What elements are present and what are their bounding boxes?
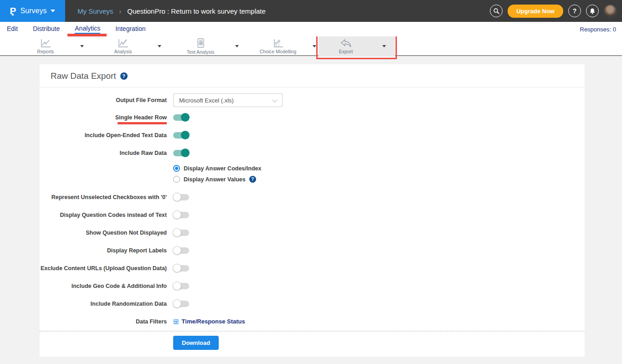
geo-code-toggle[interactable] (173, 283, 189, 289)
toggle-knob (181, 113, 190, 122)
question-codes-toggle[interactable] (173, 212, 189, 218)
exclude-content-urls-label: Exclude Content URLs (Upload Question Da… (40, 265, 167, 272)
toggle-knob (173, 228, 181, 237)
search-button[interactable] (490, 5, 503, 17)
selected-format-value: Microsoft Excel (.xls) (179, 97, 234, 104)
page-title: QuestionPro : Return to work survey temp… (127, 7, 265, 15)
report-labels-toggle[interactable] (173, 247, 189, 254)
data-filters-label: Data Filters (40, 318, 167, 325)
breadcrumb-separator-icon: › (119, 7, 121, 15)
chevron-down-icon (382, 45, 386, 47)
notifications-button[interactable] (586, 5, 599, 17)
open-ended-text-row: Include Open-Ended Text Data (40, 131, 585, 139)
randomization-data-label: Include Randomization Data (40, 301, 167, 307)
output-file-format-row: Output File Format Microsoft Excel (.xls… (40, 93, 585, 107)
include-raw-data-toggle[interactable] (173, 150, 189, 156)
annotation-red-underline-single-header (118, 122, 167, 124)
question-mark-icon: ? (573, 7, 577, 15)
toggle-knob (181, 131, 190, 139)
output-file-format-select[interactable]: Microsoft Excel (.xls) (173, 93, 283, 107)
analysis-button[interactable]: Analysis (98, 36, 148, 56)
search-icon (493, 8, 500, 15)
time-response-status-label: Time/Response Status (182, 318, 245, 325)
breadcrumb-my-surveys[interactable]: My Surveys (77, 7, 113, 15)
tab-analytics[interactable]: Analytics (75, 25, 100, 34)
download-row: Download (40, 332, 585, 357)
toolbar-group-text-analysis: Text Analysis (175, 36, 248, 56)
text-grid-icon (195, 38, 206, 49)
open-ended-text-label: Include Open-Ended Text Data (40, 132, 167, 138)
tab-edit[interactable]: Edit (7, 25, 18, 33)
top-header: P Surveys My Surveys › QuestionPro : Ret… (0, 0, 622, 22)
chevron-down-icon (51, 10, 55, 12)
reports-label: Reports (37, 49, 54, 54)
chevron-down-icon (158, 45, 161, 47)
main-content: Raw Data Export ? Output File Format Mic… (0, 56, 622, 357)
single-header-row-row: Single Header Row (40, 113, 585, 122)
choice-modelling-label: Choice Modelling (260, 49, 297, 54)
survey-tab-nav: Edit Distribute Analytics Integration Re… (0, 22, 622, 36)
output-file-format-label: Output File Format (40, 97, 167, 103)
text-analysis-dropdown-button[interactable] (226, 36, 248, 56)
answer-values-radio-row: Display Answer Values ? (173, 176, 585, 183)
line-chart-icon (40, 38, 51, 48)
analytics-toolbar: Reports Analysis Text Analysis (0, 36, 622, 56)
include-raw-data-row: Include Raw Data (40, 149, 585, 157)
questionpro-logo-icon: P (10, 6, 16, 15)
analysis-label: Analysis (114, 49, 132, 54)
analysis-chart-icon (117, 38, 129, 48)
question-not-displayed-row: Show Question Not Displayed (40, 228, 585, 237)
choice-modelling-button[interactable]: Choice Modelling (253, 36, 303, 56)
toggle-knob (173, 264, 181, 272)
upgrade-now-button[interactable]: Upgrade Now (508, 5, 563, 18)
single-header-row-toggle[interactable] (173, 114, 189, 121)
analysis-dropdown-button[interactable] (148, 36, 171, 56)
surveys-product-menu[interactable]: P Surveys (0, 0, 65, 22)
breadcrumb: My Surveys › QuestionPro : Return to wor… (77, 7, 266, 15)
toggle-knob (173, 246, 181, 255)
report-labels-label: Display Report Labels (40, 247, 167, 254)
panel-title: Raw Data Export (51, 71, 116, 81)
panel-help-icon[interactable]: ? (120, 72, 128, 80)
exclude-content-urls-toggle[interactable] (173, 265, 189, 272)
geo-code-row: Include Geo Code & Additional Info (40, 282, 585, 290)
question-not-displayed-toggle[interactable] (173, 230, 189, 236)
question-codes-label: Display Question Codes instead of Text (40, 212, 167, 218)
export-button[interactable]: Export (319, 36, 373, 56)
export-settings-form: Output File Format Microsoft Excel (.xls… (40, 87, 585, 357)
toggle-knob (173, 299, 181, 308)
randomization-data-toggle[interactable] (173, 301, 189, 307)
bell-icon (589, 8, 596, 15)
reports-button[interactable]: Reports (21, 36, 71, 56)
chevron-down-icon (313, 45, 316, 47)
text-analysis-button[interactable]: Text Analysis (175, 36, 226, 56)
annotation-red-underline-analytics (67, 34, 107, 36)
export-arrow-icon (339, 38, 352, 48)
reports-dropdown-button[interactable] (71, 36, 93, 56)
single-header-row-label: Single Header Row (40, 114, 167, 121)
help-button[interactable]: ? (568, 5, 581, 17)
include-raw-data-label: Include Raw Data (40, 150, 167, 156)
geo-code-label: Include Geo Code & Additional Info (40, 283, 167, 289)
toolbar-group-analysis: Analysis (98, 36, 171, 56)
user-avatar[interactable] (604, 5, 617, 17)
tab-integration[interactable]: Integration (115, 25, 145, 33)
download-button[interactable]: Download (173, 336, 219, 350)
display-answer-values-radio[interactable] (173, 176, 180, 183)
open-ended-text-toggle[interactable] (173, 132, 189, 138)
question-not-displayed-label: Show Question Not Displayed (40, 230, 167, 236)
display-answer-values-label: Display Answer Values (184, 176, 246, 183)
single-header-row-label-text: Single Header Row (115, 114, 167, 121)
expand-plus-icon: ⊞ (173, 318, 179, 325)
time-response-status-link[interactable]: ⊞ Time/Response Status (173, 318, 245, 325)
display-answer-codes-radio[interactable] (173, 165, 180, 172)
product-menu-label: Surveys (21, 7, 47, 15)
export-dropdown-button[interactable] (373, 36, 395, 56)
answer-values-help-icon[interactable]: ? (249, 176, 256, 183)
report-labels-row: Display Report Labels (40, 246, 585, 255)
text-analysis-label: Text Analysis (187, 49, 215, 55)
data-filters-row: Data Filters ⊞ Time/Response Status (40, 317, 585, 326)
display-answer-codes-label: Display Answer Codes/Index (184, 165, 261, 172)
unselected-checkboxes-toggle[interactable] (173, 194, 189, 200)
tab-distribute[interactable]: Distribute (33, 25, 60, 33)
